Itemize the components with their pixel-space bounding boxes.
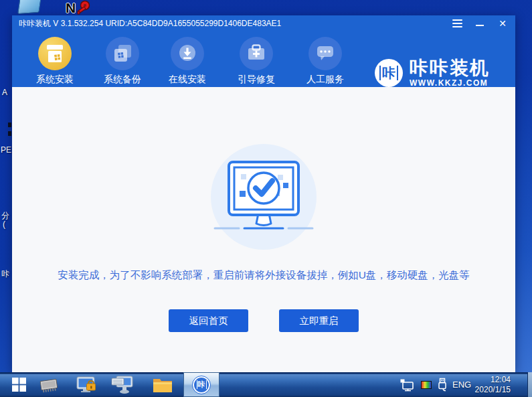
- kaka-installer-window: 咔咔装机 V 3.1.532.254 URID:A5C84DD9A1655055…: [12, 15, 515, 372]
- download-icon: [171, 37, 204, 70]
- tray-time: 12:04: [491, 375, 511, 385]
- tray-language-indicator[interactable]: ENG: [452, 372, 471, 397]
- restart-button[interactable]: 立即重启: [279, 309, 359, 332]
- desktop-label-fragment: (: [3, 220, 5, 229]
- install-box-icon: [38, 37, 72, 70]
- desktop-icon-fragment: [8, 131, 11, 136]
- monitor-lock-icon: [75, 376, 98, 394]
- desktop-icon-fragment: [8, 123, 11, 127]
- nav-item-system-install[interactable]: 系统安装: [27, 37, 83, 86]
- windows-logo-icon: [12, 378, 26, 392]
- brand-name: 咔咔装机: [410, 58, 490, 78]
- taskbar-item-explorer[interactable]: [147, 372, 178, 397]
- tray-usb-icon[interactable]: [435, 372, 450, 397]
- success-monitor-illustration: [211, 144, 317, 250]
- content-area: 安装完成，为了不影响系统部署，重启前请将外接设备拔掉，例如U盘，移动硬盘，光盘等…: [12, 87, 515, 372]
- start-button[interactable]: [5, 372, 32, 397]
- completion-message: 安装完成，为了不影响系统部署，重启前请将外接设备拔掉，例如U盘，移动硬盘，光盘等: [12, 268, 515, 283]
- brand-logo: 咔 咔咔装机 WWW.KKZJ.COM: [375, 58, 490, 88]
- nav-label: 引导修复: [228, 74, 284, 86]
- title-bar: 咔咔装机 V 3.1.532.254 URID:A5C84DD9A1655055…: [12, 15, 515, 31]
- home-button[interactable]: 返回首页: [169, 309, 248, 332]
- nav-item-online-install[interactable]: 在线安装: [159, 37, 215, 86]
- kaka-badge-icon: 咔: [375, 59, 403, 87]
- monitor-keyboard-icon: [111, 376, 134, 394]
- backup-copies-icon: [106, 37, 139, 70]
- kaka-app-icon: 咔: [193, 376, 210, 394]
- folder-icon: [152, 376, 173, 394]
- tray-date: 2020/1/15: [475, 385, 511, 395]
- window-title: 咔咔装机 V 3.1.532.254 URID:A5C84DD9A1655055…: [19, 18, 281, 29]
- taskbar-item-cpuz[interactable]: [35, 372, 63, 397]
- desktop-label-fragment: 咔: [1, 268, 9, 280]
- nav-label: 系统安装: [27, 74, 83, 86]
- show-desktop-button[interactable]: [527, 372, 532, 397]
- nav-item-system-backup[interactable]: 系统备份: [94, 37, 151, 86]
- nav-bar: 系统安装 系统备份: [12, 31, 515, 87]
- desktop-label-fragment: PE: [1, 145, 11, 155]
- repair-toolbox-icon: [240, 37, 273, 70]
- memory-chip-icon: [38, 376, 60, 394]
- nav-label: 在线安装: [159, 74, 215, 86]
- taskbar: 咔 ENG 12:04: [0, 372, 532, 397]
- tray-display-icon[interactable]: [418, 372, 435, 397]
- taskbar-item-kaka-active[interactable]: 咔: [183, 372, 219, 397]
- tray-network-icon[interactable]: [397, 372, 416, 397]
- nav-label: 人工服务: [297, 74, 353, 86]
- desktop: N A PE 分 ( 咔 咔咔装机 V 3.1.532.254 URID:A5C…: [0, 0, 532, 397]
- nav-item-human-service[interactable]: 人工服务: [297, 37, 353, 86]
- menu-icon[interactable]: [451, 17, 463, 29]
- desktop-icon-display[interactable]: [17, 0, 41, 14]
- chat-service-icon: [308, 37, 342, 70]
- taskbar-item-osk[interactable]: [107, 372, 138, 397]
- minimize-icon[interactable]: [474, 17, 486, 29]
- taskbar-item-lock-tool[interactable]: [71, 372, 102, 397]
- desktop-label-fragment: A: [2, 88, 7, 97]
- nav-label: 系统备份: [94, 74, 151, 86]
- tray-clock[interactable]: 12:04 2020/1/15: [475, 372, 511, 397]
- nav-item-boot-repair[interactable]: 引导修复: [228, 37, 284, 86]
- close-icon[interactable]: ✕: [497, 17, 509, 29]
